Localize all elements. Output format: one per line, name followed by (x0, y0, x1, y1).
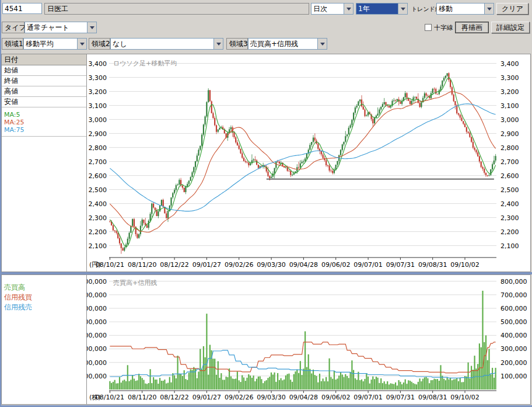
svg-text:400,000: 400,000 (87, 332, 107, 339)
svg-text:08/12/22: 08/12/22 (160, 261, 188, 269)
svg-text:200,000: 200,000 (501, 359, 527, 367)
svg-text:09/07/31: 09/07/31 (386, 394, 415, 401)
svg-text:(株): (株) (89, 394, 101, 401)
detail-settings-button[interactable]: 詳細設定 (491, 22, 530, 33)
trendline-select-value: 移動 (437, 4, 484, 14)
chevron-down-icon[interactable] (398, 4, 407, 14)
area2-select[interactable]: なし (110, 38, 223, 50)
svg-text:800,000: 800,000 (87, 278, 107, 286)
area1-label: 領域1 (2, 38, 23, 50)
area2-select-value: なし (111, 39, 214, 49)
chevron-down-icon[interactable] (344, 4, 353, 14)
svg-text:09/08/31: 09/08/31 (418, 261, 447, 269)
chevron-down-icon (320, 43, 325, 46)
chevron-down-icon (401, 8, 405, 11)
svg-text:09/08/31: 09/08/31 (418, 394, 447, 401)
chart-app-window: 日医工 日次 1年 トレンド線 移動 クリア タイプ 通常チャート 十字線 再描… (0, 0, 532, 407)
svg-text:08/12/22: 08/12/22 (160, 394, 188, 401)
chevron-down-icon[interactable] (87, 22, 96, 33)
svg-text:700,000: 700,000 (87, 291, 107, 299)
area1-select-value: 移動平均 (24, 39, 77, 49)
margin-buy-legend-label: 信用残買 (4, 293, 86, 302)
svg-text:300,000: 300,000 (501, 345, 527, 353)
svg-text:100,000: 100,000 (87, 373, 107, 380)
svg-text:08/11/20: 08/11/20 (128, 261, 156, 269)
svg-text:3,100: 3,100 (89, 102, 107, 110)
svg-text:09/03/30: 09/03/30 (257, 261, 285, 269)
chevron-down-icon (80, 43, 85, 46)
svg-text:(円): (円) (89, 261, 101, 269)
svg-text:09/07/01: 09/07/01 (354, 394, 382, 401)
svg-text:2,900: 2,900 (501, 130, 519, 138)
svg-text:2,200: 2,200 (89, 228, 107, 236)
svg-text:3,100: 3,100 (501, 102, 519, 110)
svg-text:800,000: 800,000 (501, 278, 527, 286)
svg-text:300,000: 300,000 (87, 345, 107, 353)
svg-text:08/11/20: 08/11/20 (128, 394, 156, 401)
svg-text:09/03/30: 09/03/30 (257, 394, 285, 401)
svg-text:09/01/27: 09/01/27 (192, 394, 221, 401)
candlestick-chart[interactable]: 2,1002,1002,2002,2002,3002,3002,4002,400… (87, 54, 530, 272)
svg-text:2,400: 2,400 (501, 200, 519, 208)
trendline-select[interactable]: 移動 (436, 3, 494, 15)
volume-legend-label: 売買高 (4, 283, 86, 293)
svg-text:09/02/26: 09/02/26 (225, 261, 253, 269)
svg-text:2,100: 2,100 (89, 242, 107, 250)
sidebar-row-high: 高値 (2, 86, 86, 97)
svg-text:売買高+信用残: 売買高+信用残 (113, 279, 157, 287)
ma5-legend-label: MA:5 (4, 111, 86, 119)
area3-select-value: 売買高+信用残 (249, 39, 317, 49)
chevron-down-icon (487, 8, 492, 11)
svg-text:2,600: 2,600 (89, 172, 107, 180)
svg-text:700,000: 700,000 (501, 291, 527, 299)
volume-chart-panel: 売買高 信用残買 信用残売 100,000100,000200,000200,0… (1, 274, 531, 405)
svg-text:3,400: 3,400 (89, 60, 107, 68)
chevron-down-icon[interactable] (317, 39, 327, 49)
svg-text:600,000: 600,000 (501, 305, 527, 312)
svg-text:600,000: 600,000 (87, 305, 107, 312)
margin-sell-legend-label: 信用残売 (4, 302, 86, 312)
chart-type-select-value: 通常チャート (25, 22, 87, 33)
crosshair-checkbox[interactable] (425, 24, 432, 31)
ticker-code-input[interactable] (2, 3, 42, 14)
svg-text:3,000: 3,000 (89, 116, 107, 124)
clear-button[interactable]: クリア (496, 3, 528, 15)
svg-text:2,400: 2,400 (89, 200, 107, 208)
svg-text:500,000: 500,000 (501, 318, 527, 326)
svg-text:09/04/28: 09/04/28 (289, 394, 318, 401)
area3-select[interactable]: 売買高+信用残 (248, 38, 327, 50)
svg-text:500,000: 500,000 (87, 318, 107, 326)
volume-chart[interactable]: 100,000100,000200,000200,000300,000300,0… (87, 275, 530, 404)
svg-text:ロウソク足+移動平均: ロウソク足+移動平均 (113, 60, 177, 67)
ma-legend: MA:5 MA:25 MA:75 (2, 110, 86, 137)
area3-label: 領域3 (226, 38, 248, 50)
area1-select[interactable]: 移動平均 (23, 38, 87, 50)
svg-text:400,000: 400,000 (501, 332, 527, 339)
ma75-legend-label: MA:75 (4, 126, 86, 134)
sidebar-row-close: 終値 (2, 76, 86, 86)
svg-text:3,000: 3,000 (501, 116, 519, 124)
range-select[interactable]: 1年 (356, 3, 408, 15)
svg-text:2,800: 2,800 (501, 144, 519, 152)
svg-text:3,200: 3,200 (89, 88, 107, 96)
svg-text:09/04/28: 09/04/28 (289, 261, 318, 269)
price-sidebar: 日付 始値 終値 高値 安値 MA:5 MA:25 MA:75 (2, 54, 87, 272)
svg-text:2,500: 2,500 (501, 186, 519, 194)
redraw-button[interactable]: 再描画 (455, 22, 489, 33)
sidebar-row-low: 安値 (2, 97, 86, 107)
window-border-left (0, 0, 1, 407)
volume-legend: 売買高 信用残買 信用残売 (2, 275, 86, 312)
sidebar-row-open: 始値 (2, 65, 86, 76)
svg-text:100,000: 100,000 (501, 373, 527, 380)
svg-text:3,300: 3,300 (501, 74, 519, 82)
chevron-down-icon[interactable] (214, 39, 223, 49)
svg-text:2,300: 2,300 (89, 214, 107, 222)
svg-text:09/06/02: 09/06/02 (321, 394, 350, 401)
chart-type-select[interactable]: 通常チャート (24, 22, 97, 33)
svg-text:09/01/27: 09/01/27 (192, 261, 221, 269)
period-select[interactable]: 日次 (311, 3, 354, 15)
chevron-down-icon[interactable] (77, 39, 86, 49)
svg-text:09/10/02: 09/10/02 (450, 261, 479, 269)
chevron-down-icon[interactable] (484, 4, 494, 14)
period-select-value: 日次 (312, 4, 344, 14)
